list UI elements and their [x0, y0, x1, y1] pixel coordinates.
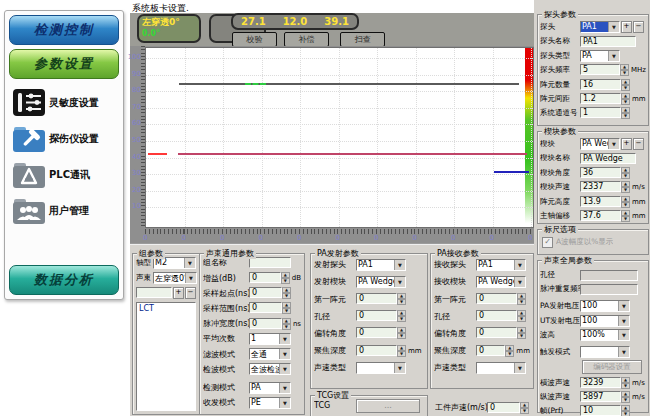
- spinner-input[interactable]: 0: [356, 310, 397, 321]
- gate-a-line[interactable]: [179, 83, 520, 85]
- spinner-buttons[interactable]: ▲▼: [505, 345, 514, 357]
- group-name-input[interactable]: [136, 287, 172, 298]
- spinner-input[interactable]: 0: [356, 293, 397, 304]
- wedge-angle-spinner[interactable]: 36▲▼: [580, 167, 630, 179]
- spinner-buttons[interactable]: ▲▼: [282, 287, 291, 299]
- spinner-input[interactable]: 0: [249, 272, 281, 283]
- spin-down-icon[interactable]: ▼: [397, 333, 406, 339]
- sidebar-item-flaw-detector-settings[interactable]: 探伤仪设置: [13, 125, 119, 152]
- spinner-buttons[interactable]: ▲▼: [517, 327, 526, 339]
- spinner-buttons[interactable]: ▲▼: [397, 345, 406, 357]
- spinner-buttons[interactable]: ▲▼: [397, 293, 406, 305]
- spin-down-icon[interactable]: ▼: [397, 316, 406, 322]
- spinner-input[interactable]: 0: [476, 345, 505, 356]
- current-beam-status-box[interactable]: 左穿透0° 0.0°: [137, 14, 201, 43]
- spin-down-icon[interactable]: ▼: [621, 187, 630, 193]
- spinner-input[interactable]: 2337: [580, 181, 621, 192]
- spinner-input[interactable]: 0: [476, 293, 517, 304]
- spin-down-icon[interactable]: ▼: [621, 397, 630, 403]
- spin-down-icon[interactable]: ▼: [505, 351, 514, 357]
- remove-button[interactable]: −: [633, 138, 644, 150]
- spinner-input[interactable]: 10: [580, 405, 621, 416]
- spinner-buttons[interactable]: ▲▼: [517, 310, 526, 322]
- wedge-dropdown[interactable]: PA Wedge▼: [580, 138, 620, 150]
- spinner-buttons[interactable]: ▲▼: [621, 210, 630, 222]
- spinner-buttons[interactable]: ▲▼: [621, 196, 630, 208]
- focus-depth-spinner[interactable]: 0▲▼: [476, 345, 514, 357]
- remove-button[interactable]: −: [633, 21, 644, 33]
- spinner-input[interactable]: 5: [580, 64, 620, 75]
- cursor-line[interactable]: [494, 171, 529, 173]
- probe-dropdown[interactable]: PA1▼: [580, 21, 620, 33]
- spin-down-icon[interactable]: ▼: [397, 351, 406, 357]
- group-listbox[interactable]: LCT: [136, 302, 196, 411]
- spinner-input[interactable]: 13.9: [580, 196, 621, 207]
- aperture-spinner[interactable]: 0▲▼: [476, 310, 526, 322]
- spinner-buttons[interactable]: ▲▼: [397, 327, 406, 339]
- sidebar-item-plc-communication[interactable]: PLC通讯: [13, 161, 119, 188]
- spinner-buttons[interactable]: ▲▼: [281, 272, 290, 284]
- spinner-buttons[interactable]: ▲▼: [282, 302, 291, 314]
- longitudinal-velocity-spinner[interactable]: 5897▲▼: [580, 391, 630, 403]
- element-pitch-spinner[interactable]: 1.2▲▼: [580, 93, 630, 105]
- spin-down-icon[interactable]: ▼: [517, 299, 526, 305]
- spinner-buttons[interactable]: ▲▼: [621, 391, 630, 403]
- element-height-spinner[interactable]: 13.9▲▼: [580, 196, 630, 208]
- axis-offset-spinner[interactable]: 37.6▲▼: [580, 210, 630, 222]
- detect-mode-dropdown[interactable]: PA▼: [249, 382, 291, 394]
- add-button[interactable]: +: [621, 138, 632, 150]
- spin-down-icon[interactable]: ▼: [621, 85, 630, 91]
- trigger-mode-dropdown[interactable]: ▼: [580, 346, 630, 358]
- spinner-buttons[interactable]: ▲▼: [520, 402, 529, 414]
- filter-mode-dropdown[interactable]: 全通▼: [249, 348, 291, 360]
- add-button[interactable]: +: [621, 21, 632, 33]
- frame-prf-spinner[interactable]: 10▲▼: [580, 405, 630, 416]
- spinner-buttons[interactable]: ▲▼: [621, 93, 630, 105]
- spinner-input[interactable]: 36: [580, 167, 621, 178]
- spinner-input[interactable]: 0: [356, 345, 397, 356]
- sidebar-button-parameter-settings[interactable]: 参数设置: [9, 49, 119, 79]
- spin-down-icon[interactable]: ▼: [621, 216, 630, 222]
- wedge-name-input[interactable]: PA Wedge: [580, 153, 636, 164]
- spinner-input[interactable]: 1: [580, 107, 621, 118]
- spinner-buttons[interactable]: ▲▼: [621, 181, 630, 193]
- spinner-buttons[interactable]: ▲▼: [517, 293, 526, 305]
- ut-voltage-dropdown[interactable]: 100▼: [580, 315, 630, 327]
- wedge-velocity-spinner[interactable]: 2337▲▼: [580, 181, 630, 193]
- shear-velocity-spinner[interactable]: 3239▲▼: [580, 377, 630, 389]
- probe-type-dropdown[interactable]: PA▼: [580, 50, 620, 62]
- averaging-dropdown[interactable]: 1▼: [249, 333, 291, 345]
- spinner-input[interactable]: 0: [249, 302, 282, 313]
- receive-wedge-dropdown[interactable]: PA Wedge▼: [476, 276, 526, 288]
- list-item[interactable]: LCT: [139, 304, 193, 313]
- sidebar-button-detection-control[interactable]: 检测控制: [9, 15, 119, 45]
- first-element-spinner[interactable]: 0▲▼: [476, 293, 526, 305]
- aperture-spinner[interactable]: 0▲▼: [356, 310, 406, 322]
- spinner-input[interactable]: 0: [476, 310, 517, 321]
- spin-down-icon[interactable]: ▼: [620, 70, 629, 76]
- remove-button[interactable]: −: [185, 287, 196, 299]
- spinner-buttons[interactable]: ▲▼: [621, 167, 630, 179]
- spin-down-icon[interactable]: ▼: [621, 113, 630, 119]
- spinner-input[interactable]: 37.6: [580, 210, 621, 221]
- transmit-probe-dropdown[interactable]: PA1▼: [356, 259, 406, 271]
- receive-probe-dropdown[interactable]: PA1▼: [476, 259, 526, 271]
- spin-down-icon[interactable]: ▼: [621, 202, 630, 208]
- spinner-input[interactable]: 0: [476, 327, 517, 338]
- wave-height-dropdown[interactable]: 100%▼: [580, 329, 630, 341]
- gate-b-left-segment[interactable]: [148, 153, 167, 155]
- spin-down-icon[interactable]: ▼: [520, 408, 529, 414]
- velocity-type-dropdown[interactable]: ▼: [476, 362, 526, 374]
- spin-down-icon[interactable]: ▼: [282, 293, 291, 299]
- pa-voltage-dropdown[interactable]: 100▼: [580, 300, 630, 312]
- encoder-settings-button[interactable]: 编码器设置: [582, 360, 642, 374]
- velocity-type-dropdown[interactable]: ▼: [356, 362, 406, 374]
- spinner-buttons[interactable]: ▲▼: [620, 64, 629, 76]
- gate-a-selection[interactable]: [245, 83, 266, 85]
- tx-rx-mode-dropdown[interactable]: PE▼: [249, 397, 291, 409]
- spinner-input[interactable]: 16: [580, 79, 621, 90]
- spinner-buttons[interactable]: ▲▼: [621, 377, 630, 389]
- sample-start-spinner[interactable]: 0▲▼: [249, 287, 291, 299]
- sidebar-button-data-analysis[interactable]: 数据分析: [9, 265, 119, 295]
- spinner-input[interactable]: 3239: [580, 377, 621, 388]
